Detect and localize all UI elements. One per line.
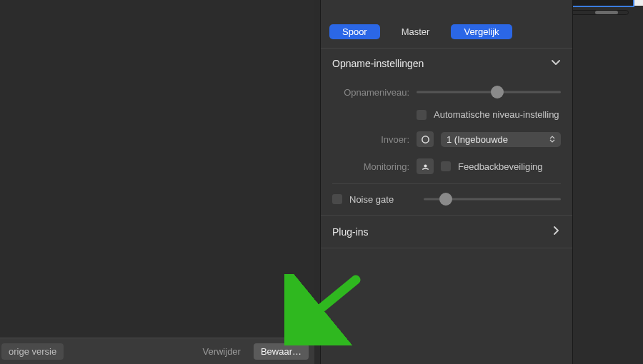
plugins-title: Plug-ins: [332, 226, 369, 238]
recording-level-slider[interactable]: [417, 86, 561, 98]
feedback-checkbox[interactable]: [441, 161, 451, 171]
slider-track: [417, 91, 561, 93]
plugins-header[interactable]: Plug-ins: [321, 215, 572, 248]
footer-action-bar: orige versie Verwijder Bewaar…: [0, 338, 314, 364]
slider-thumb[interactable]: [491, 86, 504, 98]
monitoring-row: Monitoring: Feedbackbeveiliging: [332, 153, 561, 180]
divider: [332, 183, 561, 184]
select-stepper-icon: [549, 136, 555, 143]
slider-thumb[interactable]: [439, 193, 452, 206]
save-button[interactable]: Bewaar…: [254, 343, 309, 360]
chevron-down-icon: [551, 57, 561, 69]
auto-level-row: Automatische niveau-instelling: [332, 103, 561, 126]
monitoring-speaker-icon[interactable]: [417, 158, 434, 174]
input-label: Invoer:: [332, 134, 409, 145]
svg-point-1: [424, 164, 427, 167]
editor-left-pane: [0, 0, 314, 364]
noise-gate-row: Noise gate: [332, 188, 561, 211]
recording-settings-body: Opnameniveau: Automatische niveau-instel…: [321, 78, 572, 215]
input-select[interactable]: 1 (Ingebouwde: [441, 132, 561, 147]
inspector-tabs: Spoor Master Vergelijk: [321, 17, 572, 48]
noise-gate-slider[interactable]: [424, 193, 561, 205]
app-window: Spoor Master Vergelijk Opname-instelling…: [0, 0, 643, 364]
noise-gate-label: Noise gate: [349, 194, 394, 205]
auto-level-label: Automatische niveau-instelling: [434, 109, 559, 120]
recording-settings-title: Opname-instellingen: [332, 58, 424, 69]
scrollbar-thumb[interactable]: [595, 11, 618, 14]
recording-settings-header[interactable]: Opname-instellingen: [321, 48, 572, 78]
recording-level-label: Opnameniveau:: [332, 87, 409, 98]
tab-vergelijk[interactable]: Vergelijk: [451, 24, 512, 39]
auto-level-checkbox[interactable]: [417, 110, 427, 120]
feedback-label: Feedbackbeveiliging: [458, 161, 543, 172]
tab-master[interactable]: Master: [389, 24, 443, 39]
tab-spoor[interactable]: Spoor: [329, 24, 380, 39]
chevron-right-icon: [551, 226, 561, 238]
input-row: Invoer: 1 (Ingebouwde: [332, 126, 561, 153]
input-circle-icon[interactable]: [417, 131, 434, 147]
far-right-strip: [573, 0, 643, 364]
monitoring-label: Monitoring:: [332, 161, 409, 172]
delete-button[interactable]: Verwijder: [195, 343, 247, 360]
input-select-value: 1 (Ingebouwde: [447, 134, 508, 145]
inspector-panel: Spoor Master Vergelijk Opname-instelling…: [320, 0, 573, 364]
svg-point-0: [422, 136, 428, 142]
noise-gate-checkbox[interactable]: [332, 194, 342, 204]
recording-level-row: Opnameniveau:: [332, 81, 561, 103]
previous-version-button[interactable]: orige versie: [1, 343, 64, 360]
